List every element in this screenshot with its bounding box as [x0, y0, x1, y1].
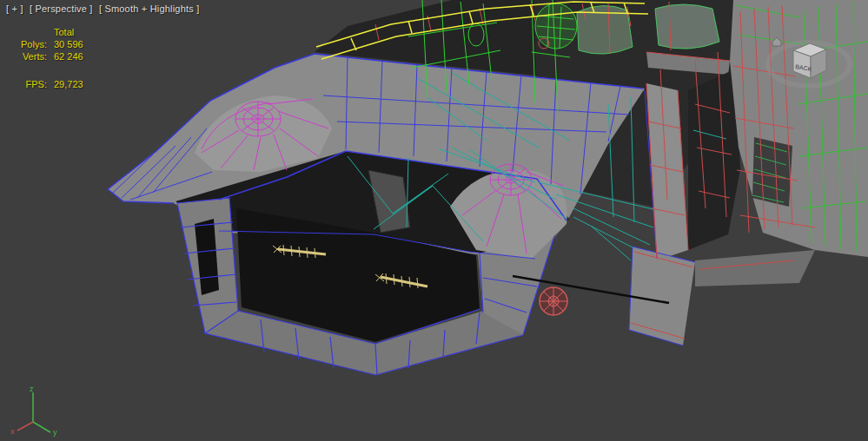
stats-total-row: Total: [9, 26, 83, 38]
world-axis-gizmo: z y x: [9, 384, 64, 438]
axis-y-label: y: [53, 428, 57, 437]
stats-total-label: Total: [47, 26, 74, 38]
axis-y-line: [33, 422, 50, 432]
stats-polys-label: Polys:: [9, 38, 47, 50]
viewport-menu-general[interactable]: [ + ]: [6, 3, 23, 14]
stats-verts-row: Verts: 62 246: [9, 50, 83, 63]
axis-x-line: [17, 422, 33, 431]
stats-fps-value: 29,723: [47, 78, 83, 90]
stats-verts-label: Verts:: [9, 50, 47, 63]
stats-fps-label: FPS:: [9, 78, 47, 90]
viewport-menu-pov[interactable]: [ Perspective ]: [30, 3, 93, 14]
stats-fps-row: FPS: 29,723: [9, 78, 83, 90]
stats-polys-row: Polys: 30 596: [9, 38, 83, 50]
viewcube[interactable]: BACK: [759, 19, 863, 106]
brake-disc: [540, 287, 567, 315]
seat-right: [655, 4, 719, 49]
viewcube-cube[interactable]: BACK: [793, 43, 826, 78]
axis-z-label: z: [30, 385, 34, 393]
3d-viewport[interactable]: [ + ] [ Perspective ] [ Smooth + Highlig…: [0, 0, 868, 441]
viewport-canvas[interactable]: [0, 0, 868, 441]
viewport-label: [ + ] [ Perspective ] [ Smooth + Highlig…: [6, 3, 202, 14]
stats-verts-value: 62 246: [47, 50, 83, 63]
stats-polys-value: 30 596: [47, 38, 83, 50]
axis-x-label: x: [10, 427, 15, 436]
viewport-menu-shading[interactable]: [ Smooth + Highlights ]: [99, 3, 200, 14]
statistics-overlay: Total Polys: 30 596 Verts: 62 246 FPS: 2…: [9, 26, 83, 90]
engine-part-green: [535, 3, 577, 49]
home-icon[interactable]: [772, 37, 781, 46]
